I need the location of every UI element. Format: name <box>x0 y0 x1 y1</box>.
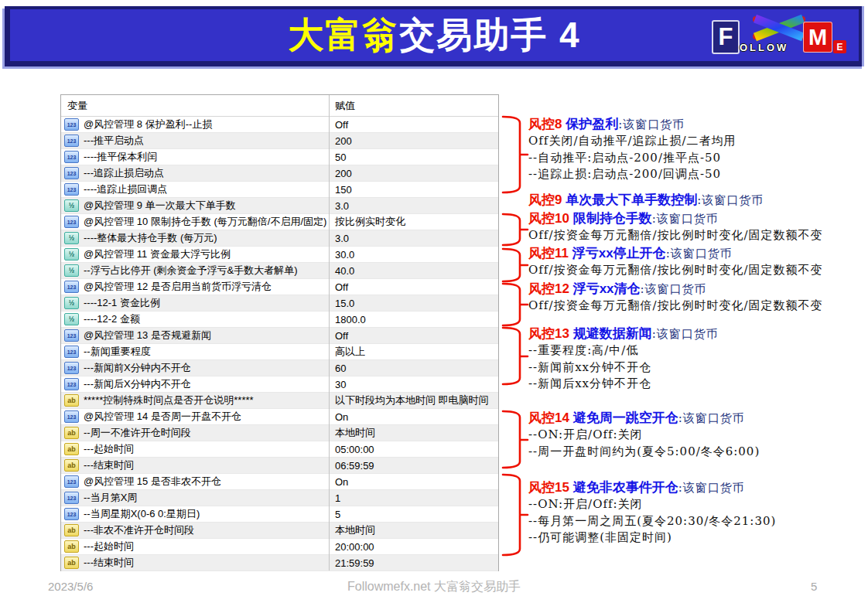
table-row[interactable]: 123@风控管理 13 是否规避新闻Off <box>61 328 498 344</box>
annotation-line: --重要程度:高/中/低 <box>528 342 863 359</box>
param-label: ----推平保本利闰 <box>84 150 157 164</box>
param-type-ab-icon: ab <box>64 443 79 455</box>
param-value[interactable]: 21:59:59 <box>329 557 498 569</box>
param-label-cell: 123@风控管理 8 保护盈利--止损 <box>61 117 329 131</box>
param-value[interactable]: 06:59:59 <box>329 460 498 472</box>
param-value[interactable]: 按比例实时变化 <box>329 215 498 229</box>
param-type-123-icon: 123 <box>64 475 79 488</box>
annotation-name: 单次最大下单手数控制 <box>566 192 697 207</box>
table-row[interactable]: 123---新闻后X分钟内不开仓30 <box>61 376 498 393</box>
param-value[interactable]: 1800.0 <box>329 314 498 325</box>
param-value[interactable]: 50 <box>329 152 498 163</box>
table-row[interactable]: 123@风控管理 15 是否非农不开仓On <box>61 474 498 490</box>
param-value[interactable]: 200 <box>329 168 498 179</box>
table-row[interactable]: 123----推平保本利闰50 <box>61 149 498 165</box>
param-value[interactable]: 20:00:00 <box>329 541 498 553</box>
table-row[interactable]: 123---追踪止损启动点200 <box>61 165 498 182</box>
param-value[interactable]: 3.0 <box>329 200 498 212</box>
param-value[interactable]: Off <box>329 119 498 131</box>
table-row[interactable]: 123--新闻重要程度高以上 <box>61 344 498 360</box>
param-value[interactable]: 3.0 <box>329 233 498 244</box>
table-row[interactable]: ab---非农不准许开仓时间段本地时间 <box>61 523 498 539</box>
page-title-rest: 交易助手 4 <box>399 12 580 60</box>
table-row[interactable]: ½----12-2 金额1800.0 <box>61 312 498 328</box>
param-type-123-icon: 123 <box>64 167 79 179</box>
param-type-123-icon: 123 <box>64 135 79 147</box>
param-label-cell: 123---新闻后X分钟内不开仓 <box>61 377 329 391</box>
annotation-name: 浮亏xx清仓 <box>573 281 641 296</box>
table-row[interactable]: ½----整体最大持仓手数 (每万元)3.0 <box>61 230 498 247</box>
annotation-block: 风控8 保护盈利:该窗口货币Off关闭/自动推平/追踪止损/二者均用--自动推平… <box>528 116 863 183</box>
param-value[interactable]: 60 <box>329 363 498 374</box>
annotation-name: 避免周一跳空开仓 <box>573 410 678 425</box>
param-value[interactable]: Off <box>329 330 498 342</box>
annotation-title: 风控14 避免周一跳空开仓:该窗口货币 <box>528 410 863 427</box>
param-value[interactable]: On <box>329 411 498 423</box>
param-value[interactable]: 30 <box>329 379 498 390</box>
param-value[interactable]: 150 <box>329 184 498 196</box>
table-row[interactable]: 123----追踪止损回调点150 <box>61 182 498 198</box>
param-value[interactable]: Off <box>329 281 498 293</box>
param-value[interactable]: On <box>329 476 498 488</box>
param-label-cell: 123---新闻前X分钟内不开仓 <box>61 361 329 375</box>
table-row[interactable]: ½--浮亏占比停开 (剩余资金予浮亏&手数大者解单)40.0 <box>61 263 498 279</box>
annotation-tag: 风控9 <box>528 192 566 207</box>
table-row[interactable]: ab---结束时间06:59:59 <box>61 458 498 474</box>
group-bracket <box>503 214 528 245</box>
param-value[interactable]: 15.0 <box>329 298 498 309</box>
param-type-123-icon: 123 <box>64 216 79 228</box>
table-row[interactable]: ab--周一不准许开仓时间段本地时间 <box>61 425 498 441</box>
table-row[interactable]: 123@风控管理 14 是否周一开盘不开仓On <box>61 409 498 425</box>
annotation-name: 浮亏xx停止开仓 <box>572 246 666 261</box>
table-row[interactable]: 123@风控管理 8 保护盈利--止损Off <box>61 117 498 133</box>
table-row[interactable]: 123--当月第X周1 <box>61 490 498 506</box>
param-value[interactable]: 200 <box>329 135 498 147</box>
annotation-block: 风控9 单次最大下单手数控制:该窗口货币 <box>528 192 863 209</box>
param-value[interactable]: 40.0 <box>329 265 498 277</box>
table-row[interactable]: ab*****控制特殊时间点是否开仓说明*****以下时段均为本地时间 即电脑时… <box>61 393 498 409</box>
param-label: ---新闻前X分钟内不开仓 <box>84 361 191 375</box>
param-type-half-icon: ½ <box>64 232 79 244</box>
param-label-cell: 123@风控管理 10 限制持仓手数 (每万元翻倍/不启用/固定) <box>61 215 329 229</box>
param-label-cell: 123--当月第X周 <box>61 491 329 505</box>
param-type-123-icon: 123 <box>64 508 79 520</box>
table-row[interactable]: 123--当周星期X(0-6 0:星期日)5 <box>61 506 498 523</box>
param-value[interactable]: 以下时段均为本地时间 即电脑时间 <box>329 393 498 407</box>
annotation-scope: :该窗口货币 <box>666 247 733 261</box>
table-row[interactable]: 123@风控管理 12 是否启用当前货币浮亏清仓Off <box>61 279 498 295</box>
table-row[interactable]: ab---起始时间05:00:00 <box>61 441 498 458</box>
param-type-123-icon: 123 <box>64 151 79 163</box>
column-header-variable: 变量 <box>61 99 329 113</box>
annotation-title: 风控11 浮亏xx停止开仓:该窗口货币 <box>528 245 863 262</box>
annotation-tag: 风控13 <box>528 326 573 341</box>
param-value[interactable]: 5 <box>329 509 498 520</box>
param-label-cell: ½----12-1 资金比例 <box>61 296 329 310</box>
param-value[interactable]: 本地时间 <box>329 426 498 440</box>
table-row[interactable]: ½@风控管理 9 单一次最大下单手数3.0 <box>61 198 498 214</box>
param-value[interactable]: 1 <box>329 492 498 504</box>
annotation-title: 风控10 限制持仓手数:该窗口货币 <box>528 210 863 227</box>
annotation-line: --周一开盘时间约为(夏令5:00/冬令6:00) <box>528 444 863 461</box>
param-value[interactable]: 本地时间 <box>329 523 498 537</box>
param-label: @风控管理 10 限制持仓手数 (每万元翻倍/不启用/固定) <box>84 215 326 229</box>
param-value[interactable]: 05:00:00 <box>329 444 498 455</box>
table-row[interactable]: ½----12-1 资金比例15.0 <box>61 295 498 312</box>
annotation-scope: :该窗口货币 <box>652 327 719 341</box>
param-label-cell: ½@风控管理 9 单一次最大下单手数 <box>61 199 329 213</box>
annotation-tag: 风控15 <box>528 480 573 495</box>
logo-letter-e: E <box>833 40 846 53</box>
table-row[interactable]: 123@风控管理 10 限制持仓手数 (每万元翻倍/不启用/固定)按比例实时变化 <box>61 214 498 230</box>
column-divider <box>329 95 330 570</box>
table-row[interactable]: ab---起始时间20:00:00 <box>61 539 498 555</box>
table-body: 123@风控管理 8 保护盈利--止损Off123---推平启动点200123-… <box>61 117 498 571</box>
table-row[interactable]: 123---新闻前X分钟内不开仓60 <box>61 360 498 376</box>
param-type-half-icon: ½ <box>64 199 79 212</box>
param-label: ---起始时间 <box>84 540 134 553</box>
annotation-line: Off关闭/自动推平/追踪止损/二者均用 <box>528 133 863 150</box>
param-value[interactable]: 高以上 <box>329 345 498 359</box>
table-row[interactable]: 123---推平启动点200 <box>61 133 498 149</box>
table-row[interactable]: ½@风控管理 11 资金最大浮亏比例30.0 <box>61 247 498 263</box>
annotation-scope: :该窗口货币 <box>697 193 764 207</box>
table-row[interactable]: ab---结束时间21:59:59 <box>61 555 498 571</box>
param-value[interactable]: 30.0 <box>329 249 498 261</box>
